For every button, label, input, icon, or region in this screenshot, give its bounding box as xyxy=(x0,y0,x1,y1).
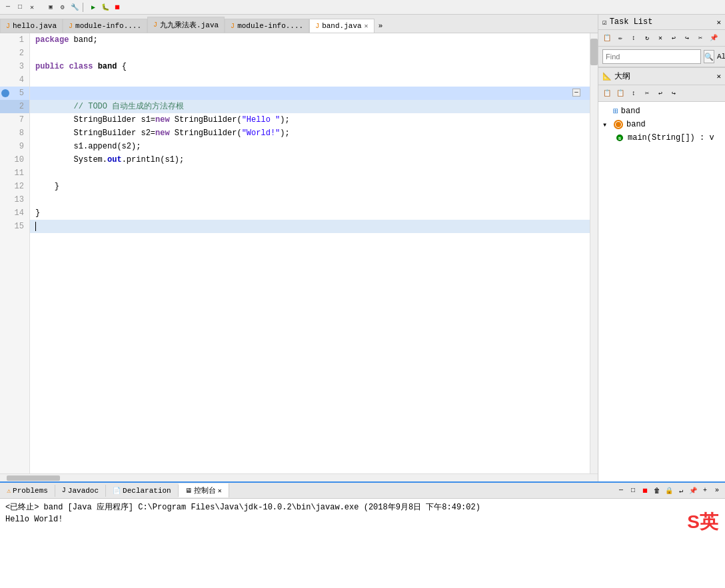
task-refresh-icon[interactable]: ↻ xyxy=(641,32,653,44)
task-pin-icon[interactable]: 📌 xyxy=(708,32,720,44)
console-overflow-icon[interactable]: » xyxy=(712,485,722,496)
console-scroll-lock-icon[interactable]: 🔒 xyxy=(664,485,674,496)
line-num-4: 4 xyxy=(0,73,29,87)
task-undo-icon[interactable]: ↩ xyxy=(668,32,680,44)
console-word-wrap-icon[interactable]: ↵ xyxy=(676,485,686,496)
toolbar-debug[interactable]: 🐛 xyxy=(100,2,111,13)
code-line-13[interactable] xyxy=(30,193,590,206)
line-num-9: 9 xyxy=(0,140,29,153)
code-line-12[interactable]: } xyxy=(30,180,590,193)
tab-module-info-2[interactable]: J module-info.... xyxy=(225,19,309,33)
code-line-15[interactable] xyxy=(30,220,590,233)
console-new-tab-icon[interactable]: + xyxy=(700,485,710,496)
console-clear-icon[interactable]: 🗑 xyxy=(652,485,662,496)
task-delete-icon[interactable]: ✕ xyxy=(654,32,666,44)
tab-hello-java[interactable]: J hello.java xyxy=(0,19,63,33)
maximize-icon[interactable]: □ xyxy=(15,2,25,13)
filter-dropdown[interactable]: All xyxy=(717,53,725,61)
outline-sort-icon[interactable]: ↕ xyxy=(628,87,640,99)
outline-undo-icon[interactable]: ↩ xyxy=(654,87,666,99)
outline-redo-icon[interactable]: ↪ xyxy=(668,87,680,99)
tab-declaration[interactable]: 📄 Declaration xyxy=(106,485,179,497)
top-toolbar: ─ □ ✕ ▣ ⚙ 🔧 ▶ 🐛 ⏹ xyxy=(0,0,725,15)
console-maximize-icon[interactable]: □ xyxy=(628,485,638,496)
outline-title: 大纲 xyxy=(614,71,714,82)
task-list-header: ☑ Task List ✕ xyxy=(598,15,725,30)
toolbar-run[interactable]: ▶ xyxy=(88,2,99,13)
search-icon[interactable]: 🔍 xyxy=(704,50,714,63)
code-line-8[interactable]: StringBuilder s2=new StringBuilder("Worl… xyxy=(30,127,590,140)
tab-console[interactable]: 🖥 控制台 ✕ xyxy=(179,483,229,497)
line-num-12: 12 xyxy=(0,180,29,193)
console-stop-icon[interactable]: ⏹ xyxy=(640,485,650,496)
console-command-line: <已终止> band [Java 应用程序] C:\Program Files\… xyxy=(5,501,720,513)
task-sort-icon[interactable]: ↕ xyxy=(628,32,640,44)
outline-method-icon: s xyxy=(614,133,625,143)
bottom-tab-bar: ⚠ Problems J Javadoc 📄 Declaration 🖥 控制台… xyxy=(0,483,725,499)
toolbar-btn-1[interactable]: ▣ xyxy=(45,2,56,13)
toolbar-stop[interactable]: ⏹ xyxy=(112,2,123,13)
outline-item-band-class[interactable]: ▾ band xyxy=(598,118,725,131)
outline-expand-icon[interactable]: 📋 xyxy=(614,87,626,99)
tab-overflow[interactable]: » xyxy=(374,19,387,33)
console-pin-icon[interactable]: 📌 xyxy=(688,485,698,496)
task-search-input[interactable] xyxy=(602,49,701,64)
toolbar-btn-3[interactable]: 🔧 xyxy=(69,2,80,13)
code-line-3[interactable]: public class band { xyxy=(30,60,590,73)
close-icon[interactable]: ✕ xyxy=(27,2,37,13)
scrollbar-thumb-v[interactable] xyxy=(590,39,598,65)
code-line-5[interactable]: public static void main(String[] args) {… xyxy=(30,87,590,100)
task-edit-icon[interactable]: ✏ xyxy=(614,32,626,44)
outline-class-expand[interactable]: ▾ xyxy=(602,120,610,130)
outline-collapse-icon[interactable]: 📋 xyxy=(601,87,613,99)
outline-close[interactable]: ✕ xyxy=(716,72,721,81)
minimize-icon[interactable]: ─ xyxy=(3,2,13,13)
code-line-2[interactable] xyxy=(30,47,590,60)
toolbar-btn-2[interactable]: ⚙ xyxy=(57,2,68,13)
tab-multiplication[interactable]: J 九九乘法表.java xyxy=(147,17,225,33)
tab-band-java[interactable]: J band.java ✕ xyxy=(309,19,374,33)
code-content[interactable]: package band; public class band { public… xyxy=(30,33,590,473)
code-editor: 1 2 3 4 5 2 7 8 9 10 11 12 13 14 xyxy=(0,33,598,473)
code-line-14[interactable]: } xyxy=(30,206,590,220)
code-lines: package band; public class band { public… xyxy=(30,33,590,233)
declaration-icon: 📄 xyxy=(113,487,121,495)
watermark: S英 xyxy=(687,509,718,535)
tab-module-info-1[interactable]: J module-info.... xyxy=(63,19,147,33)
outline-item-main[interactable]: s main(String[]) : v xyxy=(598,131,725,145)
outline-item-band-package[interactable]: ⊞ band xyxy=(598,105,725,118)
code-line-11[interactable] xyxy=(30,166,590,180)
code-line-7[interactable]: StringBuilder s1=new StringBuilder("Hell… xyxy=(30,113,590,127)
scrollbar-thumb-h[interactable] xyxy=(7,475,60,481)
tab-close-icon[interactable]: ✕ xyxy=(364,22,368,30)
horizontal-scrollbar[interactable] xyxy=(0,473,598,481)
javadoc-icon: J xyxy=(62,487,66,494)
task-new-icon[interactable]: 📋 xyxy=(601,32,613,44)
code-line-4[interactable] xyxy=(30,73,590,87)
console-content: <已终止> band [Java 应用程序] C:\Program Files\… xyxy=(0,499,725,588)
java-file-icon: J xyxy=(6,23,10,30)
code-line-1[interactable]: package band; xyxy=(30,33,590,47)
code-line-6[interactable]: // TODO 自动生成的方法存根 xyxy=(30,100,590,113)
tab-javadoc[interactable]: J Javadoc xyxy=(55,485,106,497)
ide-window: ─ □ ✕ ▣ ⚙ 🔧 ▶ 🐛 ⏹ J hello.java J module-… xyxy=(0,0,725,588)
task-search-row: 🔍 All ▶ Act xyxy=(598,47,725,67)
console-close-icon[interactable]: ✕ xyxy=(218,487,222,495)
java-file-icon-3: J xyxy=(153,21,157,29)
vertical-scrollbar[interactable] xyxy=(590,33,598,473)
outline-hide-icon[interactable]: ✂ xyxy=(641,87,653,99)
outline-toolbar: 📋 📋 ↕ ✂ ↩ ↪ xyxy=(598,85,725,102)
code-line-10[interactable]: System.out.println(s1); xyxy=(30,153,590,166)
task-redo-icon[interactable]: ↪ xyxy=(681,32,693,44)
fold-marker-5[interactable]: ─ xyxy=(572,89,580,97)
task-cut-icon[interactable]: ✂ xyxy=(694,32,706,44)
tab-hello-label: hello.java xyxy=(13,22,57,30)
outline-panel: 📐 大纲 ✕ 📋 📋 ↕ ✂ ↩ ↪ ⊞ b xyxy=(598,67,725,481)
tab-module-label-1: module-info.... xyxy=(75,22,141,30)
line-num-5: 5 xyxy=(0,87,29,100)
task-list-close[interactable]: ✕ xyxy=(716,18,721,27)
console-minimize-icon[interactable]: ─ xyxy=(616,485,626,496)
tab-problems[interactable]: ⚠ Problems xyxy=(0,485,55,497)
line-num-10: 10 xyxy=(0,153,29,166)
code-line-9[interactable]: s1.append(s2); xyxy=(30,140,590,153)
